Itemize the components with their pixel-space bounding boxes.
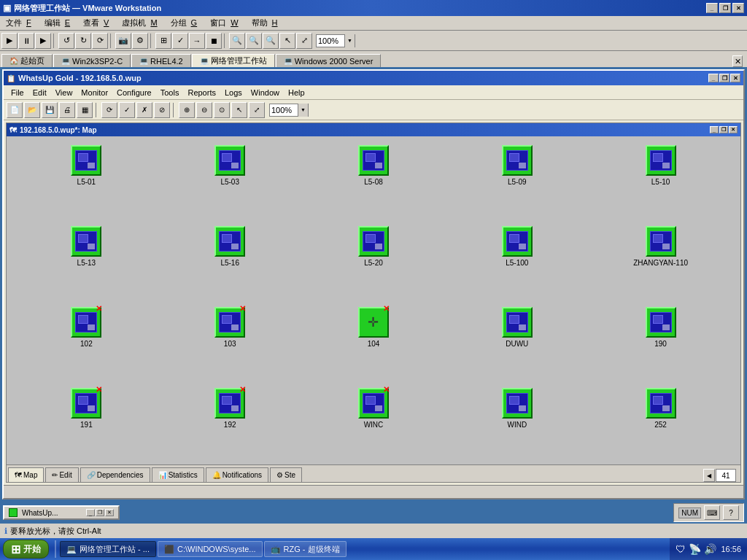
map-tab-notifications[interactable]: 🔔 Notifications (206, 467, 268, 482)
vmware-menu-vm[interactable]: 虚拟机M (117, 16, 166, 30)
keyboard-btn2[interactable]: ? (723, 505, 739, 520)
map-close-btn[interactable]: ✕ (729, 126, 738, 133)
wu-zoom-dropdown[interactable]: ▼ (298, 104, 308, 117)
device-item-191[interactable]: ✕191 (18, 385, 155, 459)
map-tab-edit[interactable]: ✏ Edit (45, 467, 78, 482)
toolbar-grid-btn[interactable]: ⊞ (155, 33, 171, 49)
device-item-252[interactable]: 252 (592, 385, 729, 459)
wu-table-btn[interactable]: ▦ (77, 102, 93, 118)
wu-close-btn[interactable]: ✕ (730, 74, 740, 82)
toolbar-play-btn[interactable]: ▶ (35, 33, 51, 49)
map-restore-btn[interactable]: ❐ (719, 126, 728, 133)
wu-menu-tools[interactable]: Tools (156, 87, 184, 98)
vmware-menu-view[interactable]: 查看V (79, 16, 117, 30)
toolbar-arrow-btn[interactable]: → (189, 33, 205, 49)
toolbar-next-btn[interactable]: ↻ (75, 33, 91, 49)
tab-netmgmt[interactable]: 💻 网络管理工作站 (192, 54, 275, 67)
wu-minimize-btn[interactable]: _ (708, 74, 719, 82)
vmware-minimize-btn[interactable]: _ (706, 3, 718, 13)
wu-zoomout-btn[interactable]: ⊖ (196, 102, 212, 118)
toolbar-settings-btn[interactable]: ⚙ (132, 33, 148, 49)
taskbtn-netmgmt[interactable]: 💻 网络管理工作站 - ... (60, 541, 156, 557)
device-item-192[interactable]: ✕192 (162, 385, 298, 459)
map-tab-statistics[interactable]: 📊 Statistics (152, 467, 204, 482)
map-minimize-btn[interactable]: _ (710, 126, 719, 133)
mini-close-btn[interactable]: ✕ (105, 509, 114, 516)
device-item-winc[interactable]: ✕WINC (306, 385, 442, 459)
tab-win2k3[interactable]: 💻 Win2k3SP2-C (53, 54, 131, 67)
mini-minimize-btn[interactable]: _ (86, 509, 95, 516)
toolbar-prev-btn[interactable]: ↺ (58, 33, 74, 49)
zoom-dropdown[interactable]: ▼ (344, 34, 355, 47)
map-tab-ste[interactable]: ⚙ Ste (270, 467, 302, 482)
vmware-restore-btn[interactable]: ❐ (719, 3, 731, 13)
tab-home[interactable]: 🏠 起始页 (1, 54, 53, 67)
wu-save-btn[interactable]: 💾 (42, 102, 58, 118)
map-tab-map[interactable]: 🗺 Map (8, 467, 44, 482)
toolbar-stop-btn[interactable]: ⏹ (206, 33, 222, 49)
vmware-menu-file[interactable]: 文件F (1, 16, 40, 30)
mini-restore-btn[interactable]: ❐ (96, 509, 104, 516)
device-item-wind[interactable]: WIND (449, 385, 585, 459)
start-button[interactable]: ⊞ 开始 (3, 540, 49, 559)
wu-menu-help[interactable]: Help (284, 87, 309, 98)
toolbar-zoom-fit[interactable]: 🔍 (263, 33, 279, 49)
toolbar-resize-btn[interactable]: ⤢ (296, 33, 312, 49)
wu-menu-view[interactable]: View (51, 87, 77, 98)
tab-rhel[interactable]: 💻 RHEL4.2 (131, 54, 191, 67)
wu-print-btn[interactable]: 🖨 (59, 102, 75, 118)
vmware-menu-group[interactable]: 分组G (166, 16, 206, 30)
device-item-l509[interactable]: L5-09 (449, 142, 585, 216)
zoom-input[interactable] (317, 35, 344, 47)
toolbar-refresh-btn[interactable]: ⟳ (92, 33, 108, 49)
wu-menu-edit[interactable]: Edit (28, 87, 51, 98)
wu-menu-configure[interactable]: Configure (112, 87, 156, 98)
device-item-l501[interactable]: L5-01 (18, 142, 155, 216)
wu-zoomin-btn[interactable]: ⊕ (179, 102, 195, 118)
wu-check-btn[interactable]: ✓ (119, 102, 135, 118)
wu-menu-window[interactable]: Window (247, 87, 284, 98)
device-item-l510[interactable]: L5-10 (592, 142, 729, 216)
wu-refresh-btn[interactable]: ⟳ (101, 102, 117, 118)
device-item-zhangyan110[interactable]: ZHANGYAN-110 (592, 223, 729, 297)
toolbar-check-btn[interactable]: ✓ (172, 33, 188, 49)
device-item-duwu[interactable]: DUWU (449, 304, 585, 378)
wu-cursor-btn[interactable]: ↖ (231, 102, 247, 118)
toolbar-zoom-out[interactable]: 🔍 (246, 33, 262, 49)
wu-zoom-input[interactable] (270, 104, 298, 116)
vmware-close-btn[interactable]: ✕ (732, 3, 744, 13)
wu-move-btn[interactable]: ⤢ (249, 102, 265, 118)
device-item-102[interactable]: ✕102 (18, 304, 155, 378)
taskbtn-cmd[interactable]: ⬛ C:\WINDOWS\syste... (158, 541, 263, 557)
device-item-l508[interactable]: L5-08 (306, 142, 442, 216)
wu-cross-btn[interactable]: ✗ (136, 102, 152, 118)
wu-menu-logs[interactable]: Logs (220, 87, 247, 98)
vmware-menu-edit[interactable]: 编辑E (40, 16, 79, 30)
wu-zoom-control[interactable]: ▼ (269, 104, 309, 117)
wu-menu-file[interactable]: File (7, 87, 28, 98)
toolbar-new-btn[interactable]: ▶ (1, 33, 18, 49)
device-item-190[interactable]: 190 (592, 304, 729, 378)
taskbtn-terminal[interactable]: 📺 RZG - 超级终端 (264, 541, 347, 557)
vmware-menu-window[interactable]: 窗口W (206, 16, 247, 30)
keyboard-btn1[interactable]: ⌨ (704, 505, 720, 520)
toolbar-cursor-btn[interactable]: ↖ (279, 33, 295, 49)
wu-open-btn[interactable]: 📂 (24, 102, 40, 118)
tab-nav-left[interactable]: ◀ (703, 469, 715, 482)
wu-restore-btn[interactable]: ❐ (719, 74, 729, 82)
device-item-l520[interactable]: L5-20 (306, 223, 442, 297)
tab-close-btn[interactable]: ✕ (732, 55, 743, 67)
wu-menu-reports[interactable]: Reports (183, 87, 220, 98)
device-item-l503[interactable]: L5-03 (162, 142, 298, 216)
wu-zoom100-btn[interactable]: ⊙ (214, 102, 230, 118)
tab-win2000[interactable]: 💻 Windows 2000 Server (276, 54, 382, 67)
wu-new-btn[interactable]: 📄 (7, 102, 23, 118)
toolbar-pause-btn[interactable]: ⏸ (18, 33, 34, 49)
device-item-104[interactable]: ✛✕104 (306, 304, 442, 378)
map-tab-dependencies[interactable]: 🔗 Dependencies (80, 467, 150, 482)
toolbar-snapshot-btn[interactable]: 📷 (115, 33, 131, 49)
wu-menu-monitor[interactable]: Monitor (77, 87, 112, 98)
device-item-l513[interactable]: L5-13 (18, 223, 155, 297)
device-item-l5100[interactable]: L5-100 (449, 223, 585, 297)
device-item-l516[interactable]: L5-16 (162, 223, 298, 297)
